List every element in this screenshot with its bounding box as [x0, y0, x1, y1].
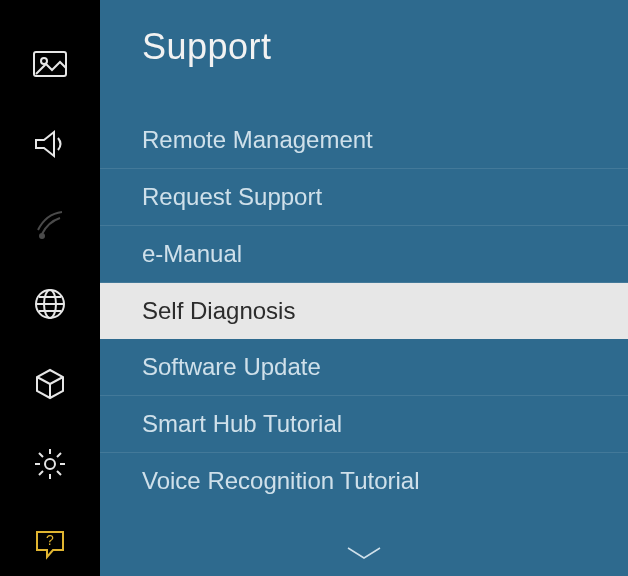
page-title: Support: [100, 0, 628, 68]
sidebar-item-system[interactable]: [28, 444, 72, 488]
gear-icon: [30, 444, 70, 488]
globe-icon: [30, 284, 70, 328]
menu-item-remote-management[interactable]: Remote Management: [100, 112, 628, 169]
sound-icon: [30, 124, 70, 168]
sidebar-item-smart-hub[interactable]: [28, 364, 72, 408]
sidebar-item-support[interactable]: ?: [28, 524, 72, 568]
menu-item-self-diagnosis[interactable]: Self Diagnosis: [100, 283, 628, 339]
menu-item-software-update[interactable]: Software Update: [100, 339, 628, 396]
sidebar: ?: [0, 0, 100, 576]
sidebar-item-sound[interactable]: [28, 124, 72, 168]
svg-point-5: [45, 459, 55, 469]
support-icon: ?: [30, 524, 70, 568]
menu-item-request-support[interactable]: Request Support: [100, 169, 628, 226]
sidebar-item-broadcast[interactable]: [28, 204, 72, 248]
menu-list: Remote Management Request Support e-Manu…: [100, 112, 628, 509]
settings-screen: ? Support Remote Management Request Supp…: [0, 0, 628, 576]
satellite-icon: [30, 204, 70, 248]
menu-item-smart-hub-tutorial[interactable]: Smart Hub Tutorial: [100, 396, 628, 453]
sidebar-item-network[interactable]: [28, 284, 72, 328]
chevron-down-icon: [342, 550, 386, 567]
sidebar-item-picture[interactable]: [28, 44, 72, 88]
cube-icon: [30, 364, 70, 408]
menu-item-e-manual[interactable]: e-Manual: [100, 226, 628, 283]
svg-point-2: [40, 234, 44, 238]
main-panel: Support Remote Management Request Suppor…: [100, 0, 628, 576]
picture-icon: [30, 44, 70, 88]
scroll-down-indicator[interactable]: [342, 544, 386, 568]
svg-text:?: ?: [46, 532, 54, 548]
menu-item-voice-recognition-tutorial[interactable]: Voice Recognition Tutorial: [100, 453, 628, 509]
